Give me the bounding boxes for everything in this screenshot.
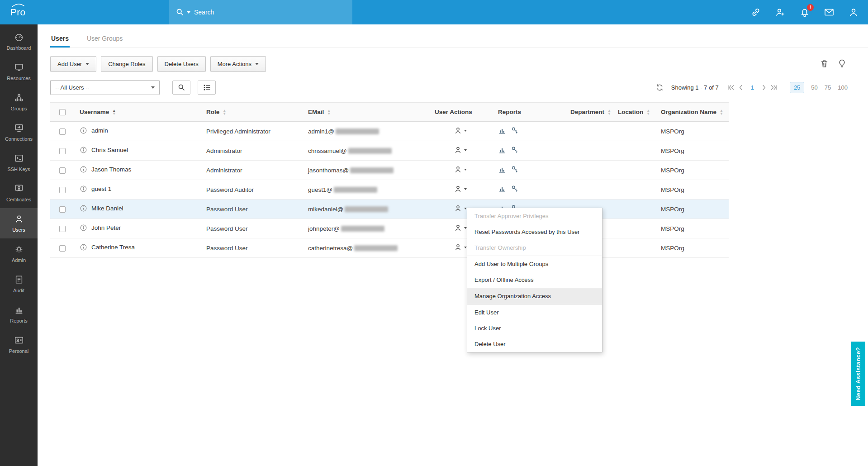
select-all-checkbox[interactable]	[59, 109, 66, 115]
column-header-organization[interactable]: Organization Name▲▼	[652, 103, 729, 122]
quick-connect-icon[interactable]	[750, 7, 761, 18]
sidebar-item-admin[interactable]: Admin	[0, 238, 38, 269]
tab-user-groups[interactable]: User Groups	[86, 35, 123, 48]
context-menu-item[interactable]: Reset Passwords Accessed by this User	[467, 224, 602, 240]
table-search-button[interactable]	[172, 81, 190, 95]
user-actions-menu-button[interactable]	[435, 243, 467, 252]
sidebar-item-reports[interactable]: Reports	[0, 299, 38, 329]
row-checkbox[interactable]	[59, 206, 66, 213]
page-number[interactable]: 1	[751, 84, 754, 91]
sidebar-item-personal[interactable]: Personal	[0, 329, 38, 360]
username-text: Catherine Tresa	[91, 244, 135, 251]
report-key-icon[interactable]	[511, 165, 519, 174]
column-header-department[interactable]: Department▲▼	[561, 103, 609, 122]
info-icon[interactable]	[80, 204, 87, 212]
user-admin-icon[interactable]	[775, 7, 786, 18]
context-menu-item[interactable]: Transfer Ownership	[467, 240, 602, 256]
global-search[interactable]	[169, 0, 352, 24]
column-header-username[interactable]: Username▲▼	[71, 103, 197, 122]
row-checkbox[interactable]	[59, 245, 66, 252]
mail-icon[interactable]	[824, 7, 835, 18]
organization-text: MSPOrg	[661, 245, 684, 252]
sidebar-item-dashboard[interactable]: Dashboard	[0, 26, 38, 57]
user-actions-menu-button[interactable]	[435, 126, 467, 135]
toolbar: Add User Change Roles Delete Users More …	[50, 56, 868, 72]
username-text: Mike Daniel	[91, 205, 123, 212]
info-icon[interactable]	[80, 166, 87, 173]
app-title-suffix: Pro	[10, 7, 25, 17]
info-icon[interactable]	[80, 185, 87, 193]
sidebar-item-groups[interactable]: Groups	[0, 87, 38, 117]
more-actions-button[interactable]: More Actions	[210, 56, 266, 72]
report-key-icon[interactable]	[511, 185, 519, 193]
search-input[interactable]	[193, 8, 345, 16]
context-menu-item[interactable]: Transfer Approver Privileges	[467, 208, 602, 224]
user-filter-select[interactable]: -- All Users --	[50, 80, 160, 95]
row-checkbox[interactable]	[59, 128, 66, 135]
sidebar-item-resources[interactable]: Resources	[0, 57, 38, 87]
context-menu-item[interactable]: Lock User	[467, 320, 602, 336]
column-header-location[interactable]: Location▲▼	[609, 103, 652, 122]
report-chart-icon[interactable]	[498, 127, 506, 135]
report-chart-icon[interactable]	[498, 166, 506, 174]
sidebar-item-connections[interactable]: Connections	[0, 117, 38, 147]
page-size-50[interactable]: 50	[811, 84, 817, 91]
add-user-button[interactable]: Add User	[50, 56, 96, 72]
topbar: Password Manager Pro !	[0, 0, 868, 24]
context-menu-item[interactable]: Export / Offline Access	[467, 272, 602, 288]
page-size-75[interactable]: 75	[825, 84, 831, 91]
row-checkbox[interactable]	[59, 187, 66, 193]
blurred-email-domain	[345, 206, 388, 212]
page-size-25[interactable]: 25	[790, 82, 804, 93]
next-page-button[interactable]	[761, 84, 767, 91]
report-chart-icon[interactable]	[498, 185, 506, 193]
next-page-icon	[761, 84, 767, 91]
notifications-icon[interactable]: !	[799, 7, 810, 18]
first-page-button[interactable]	[727, 84, 735, 91]
context-menu-item[interactable]: Manage Organization Access	[467, 288, 602, 304]
sidebar-item-certificates[interactable]: Certificates	[0, 178, 38, 208]
user-actions-menu-button[interactable]	[435, 223, 467, 232]
context-menu-item[interactable]: Delete User	[467, 336, 602, 352]
sidebar-item-audit[interactable]: Audit	[0, 269, 38, 299]
page-size-100[interactable]: 100	[838, 84, 848, 91]
row-checkbox[interactable]	[59, 226, 66, 232]
report-key-icon[interactable]	[511, 146, 519, 154]
context-menu-item[interactable]: Edit User	[467, 304, 602, 320]
email-text: mikedaniel@	[308, 206, 343, 213]
user-actions-menu-button[interactable]	[435, 185, 467, 193]
change-roles-button[interactable]: Change Roles	[101, 56, 152, 72]
blurred-email-domain	[341, 226, 384, 232]
sidebar-item-ssh-keys[interactable]: SSH Keys	[0, 147, 38, 178]
connections-icon	[14, 123, 24, 133]
search-scope-caret-icon[interactable]	[187, 11, 190, 14]
info-icon[interactable]	[80, 224, 87, 232]
user-actions-menu-button[interactable]	[435, 146, 467, 154]
tab-users[interactable]: Users	[50, 35, 70, 48]
info-icon[interactable]	[80, 146, 87, 154]
sort-icon: ▲▼	[720, 109, 723, 115]
info-icon[interactable]	[80, 243, 87, 251]
column-header-email[interactable]: EMail▲▼	[299, 103, 426, 122]
column-chooser-button[interactable]	[198, 81, 216, 95]
column-header-role[interactable]: Role▲▼	[197, 103, 299, 122]
report-key-icon[interactable]	[511, 126, 519, 135]
user-actions-menu-button[interactable]	[435, 165, 467, 174]
help-tips-button[interactable]	[836, 58, 848, 71]
profile-icon[interactable]	[848, 7, 859, 18]
sidebar-item-label: Audit	[13, 288, 24, 293]
need-assistance-tab[interactable]: Need Assistance?	[851, 342, 865, 406]
info-icon[interactable]	[80, 127, 87, 134]
sidebar-item-label: Users	[12, 227, 25, 233]
row-checkbox[interactable]	[59, 167, 66, 174]
last-page-button[interactable]	[770, 84, 778, 91]
context-menu-item[interactable]: Add User to Multiple Groups	[467, 256, 602, 272]
row-checkbox[interactable]	[59, 148, 66, 154]
prev-page-button[interactable]	[738, 84, 744, 91]
trash-button[interactable]	[819, 58, 830, 71]
refresh-button[interactable]	[655, 83, 664, 92]
user-actions-menu-button[interactable]	[435, 204, 467, 213]
sidebar-item-users[interactable]: Users	[0, 208, 38, 238]
delete-users-button[interactable]: Delete Users	[157, 56, 206, 72]
report-chart-icon[interactable]	[498, 146, 506, 154]
